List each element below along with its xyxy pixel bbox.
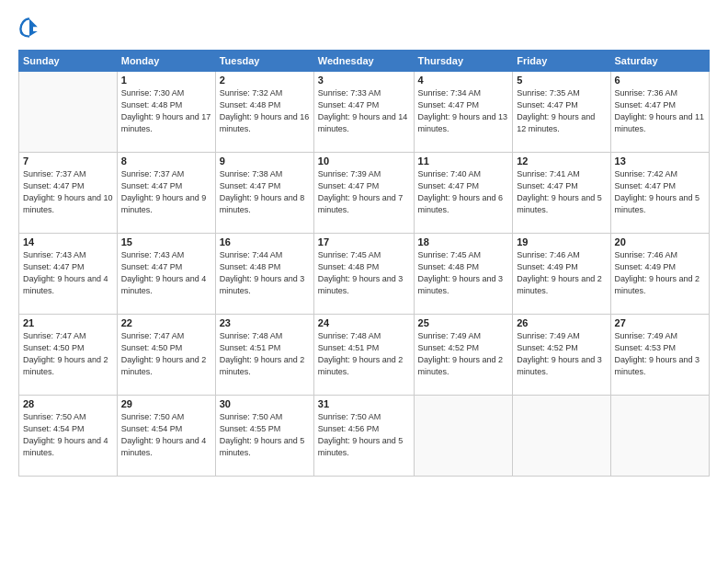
calendar-cell: 6Sunrise: 7:36 AMSunset: 4:47 PMDaylight… [610,72,709,153]
day-info: Sunrise: 7:48 AMSunset: 4:51 PMDaylight:… [220,330,310,378]
day-info: Sunrise: 7:36 AMSunset: 4:47 PMDaylight:… [615,87,705,135]
calendar-cell: 22Sunrise: 7:47 AMSunset: 4:50 PMDayligh… [117,315,215,396]
calendar-cell: 31Sunrise: 7:50 AMSunset: 4:56 PMDayligh… [313,396,414,477]
calendar-cell: 17Sunrise: 7:45 AMSunset: 4:48 PMDayligh… [313,234,414,315]
calendar-week-row: 28Sunrise: 7:50 AMSunset: 4:54 PMDayligh… [19,396,710,477]
day-number: 27 [615,317,705,328]
calendar-cell: 14Sunrise: 7:43 AMSunset: 4:47 PMDayligh… [19,234,118,315]
calendar-cell: 21Sunrise: 7:47 AMSunset: 4:50 PMDayligh… [19,315,118,396]
calendar-cell [414,396,513,477]
calendar-cell: 2Sunrise: 7:32 AMSunset: 4:48 PMDaylight… [215,72,313,153]
calendar-cell: 24Sunrise: 7:48 AMSunset: 4:51 PMDayligh… [313,315,414,396]
day-info: Sunrise: 7:47 AMSunset: 4:50 PMDaylight:… [121,330,211,378]
calendar-cell: 25Sunrise: 7:49 AMSunset: 4:52 PMDayligh… [414,315,513,396]
calendar-cell: 1Sunrise: 7:30 AMSunset: 4:48 PMDaylight… [117,72,215,153]
day-info: Sunrise: 7:49 AMSunset: 4:52 PMDaylight:… [418,330,509,378]
day-info: Sunrise: 7:40 AMSunset: 4:47 PMDaylight:… [418,168,509,216]
day-info: Sunrise: 7:33 AMSunset: 4:47 PMDaylight:… [318,87,410,135]
day-info: Sunrise: 7:35 AMSunset: 4:47 PMDaylight:… [517,87,606,135]
calendar-cell: 7Sunrise: 7:37 AMSunset: 4:47 PMDaylight… [19,153,118,234]
page: SundayMondayTuesdayWednesdayThursdayFrid… [0,0,728,563]
day-info: Sunrise: 7:50 AMSunset: 4:54 PMDaylight:… [23,411,113,459]
day-info: Sunrise: 7:47 AMSunset: 4:50 PMDaylight:… [23,330,113,378]
day-info: Sunrise: 7:37 AMSunset: 4:47 PMDaylight:… [121,168,211,216]
calendar-table: SundayMondayTuesdayWednesdayThursdayFrid… [18,50,710,477]
day-info: Sunrise: 7:46 AMSunset: 4:49 PMDaylight:… [615,249,705,297]
calendar-week-row: 1Sunrise: 7:30 AMSunset: 4:48 PMDaylight… [19,72,710,153]
day-number: 21 [23,317,113,328]
day-info: Sunrise: 7:32 AMSunset: 4:48 PMDaylight:… [220,87,310,135]
weekday-header: Monday [117,51,215,72]
calendar-week-row: 14Sunrise: 7:43 AMSunset: 4:47 PMDayligh… [19,234,710,315]
day-number: 1 [121,75,211,86]
calendar-cell: 8Sunrise: 7:37 AMSunset: 4:47 PMDaylight… [117,153,215,234]
day-number: 17 [318,236,410,247]
day-info: Sunrise: 7:45 AMSunset: 4:48 PMDaylight:… [418,249,509,297]
day-number: 4 [418,75,509,86]
day-info: Sunrise: 7:44 AMSunset: 4:48 PMDaylight:… [220,249,310,297]
day-info: Sunrise: 7:30 AMSunset: 4:48 PMDaylight:… [121,87,211,135]
calendar-cell: 3Sunrise: 7:33 AMSunset: 4:47 PMDaylight… [313,72,414,153]
day-number: 30 [220,398,310,409]
day-number: 29 [121,398,211,409]
weekday-header: Sunday [19,51,118,72]
calendar-cell: 20Sunrise: 7:46 AMSunset: 4:49 PMDayligh… [610,234,709,315]
calendar-cell: 19Sunrise: 7:46 AMSunset: 4:49 PMDayligh… [513,234,610,315]
day-number: 6 [615,75,705,86]
day-number: 5 [517,75,606,86]
day-info: Sunrise: 7:49 AMSunset: 4:53 PMDaylight:… [615,330,705,378]
day-info: Sunrise: 7:41 AMSunset: 4:47 PMDaylight:… [517,168,606,216]
calendar-cell: 29Sunrise: 7:50 AMSunset: 4:54 PMDayligh… [117,396,215,477]
calendar-cell [19,72,118,153]
day-number: 19 [517,236,606,247]
calendar-cell: 28Sunrise: 7:50 AMSunset: 4:54 PMDayligh… [19,396,118,477]
day-info: Sunrise: 7:34 AMSunset: 4:47 PMDaylight:… [418,87,509,135]
day-number: 26 [517,317,606,328]
calendar-cell [513,396,610,477]
header [18,17,710,42]
calendar-cell: 26Sunrise: 7:49 AMSunset: 4:52 PMDayligh… [513,315,610,396]
day-info: Sunrise: 7:48 AMSunset: 4:51 PMDaylight:… [318,330,410,378]
weekday-header: Wednesday [313,51,414,72]
day-number: 22 [121,317,211,328]
day-info: Sunrise: 7:37 AMSunset: 4:47 PMDaylight:… [23,168,113,216]
day-number: 23 [220,317,310,328]
calendar-header-row: SundayMondayTuesdayWednesdayThursdayFrid… [19,51,710,72]
day-number: 8 [121,155,211,167]
calendar-cell: 5Sunrise: 7:35 AMSunset: 4:47 PMDaylight… [513,72,610,153]
logo-icon [18,17,40,39]
day-number: 28 [23,398,113,409]
weekday-header: Friday [513,51,610,72]
weekday-header: Tuesday [215,51,313,72]
calendar-cell: 16Sunrise: 7:44 AMSunset: 4:48 PMDayligh… [215,234,313,315]
day-info: Sunrise: 7:49 AMSunset: 4:52 PMDaylight:… [517,330,606,378]
day-number: 18 [418,236,509,247]
calendar-cell: 13Sunrise: 7:42 AMSunset: 4:47 PMDayligh… [610,153,709,234]
day-number: 16 [220,236,310,247]
day-number: 14 [23,236,113,247]
day-info: Sunrise: 7:38 AMSunset: 4:47 PMDaylight:… [220,168,310,216]
calendar-cell: 9Sunrise: 7:38 AMSunset: 4:47 PMDaylight… [215,153,313,234]
weekday-header: Thursday [414,51,513,72]
day-info: Sunrise: 7:50 AMSunset: 4:55 PMDaylight:… [220,411,310,459]
day-number: 15 [121,236,211,247]
calendar-cell: 4Sunrise: 7:34 AMSunset: 4:47 PMDaylight… [414,72,513,153]
day-number: 7 [23,155,113,167]
day-number: 20 [615,236,705,247]
calendar-cell [610,396,709,477]
day-info: Sunrise: 7:43 AMSunset: 4:47 PMDaylight:… [121,249,211,297]
day-info: Sunrise: 7:45 AMSunset: 4:48 PMDaylight:… [318,249,410,297]
day-number: 24 [318,317,410,328]
calendar-cell: 23Sunrise: 7:48 AMSunset: 4:51 PMDayligh… [215,315,313,396]
calendar-cell: 27Sunrise: 7:49 AMSunset: 4:53 PMDayligh… [610,315,709,396]
day-number: 9 [220,155,310,167]
calendar-cell: 12Sunrise: 7:41 AMSunset: 4:47 PMDayligh… [513,153,610,234]
day-info: Sunrise: 7:43 AMSunset: 4:47 PMDaylight:… [23,249,113,297]
calendar-cell: 30Sunrise: 7:50 AMSunset: 4:55 PMDayligh… [215,396,313,477]
day-number: 13 [615,155,705,167]
day-number: 25 [418,317,509,328]
day-info: Sunrise: 7:39 AMSunset: 4:47 PMDaylight:… [318,168,410,216]
day-number: 11 [418,155,509,167]
day-number: 31 [318,398,410,409]
calendar-week-row: 7Sunrise: 7:37 AMSunset: 4:47 PMDaylight… [19,153,710,234]
